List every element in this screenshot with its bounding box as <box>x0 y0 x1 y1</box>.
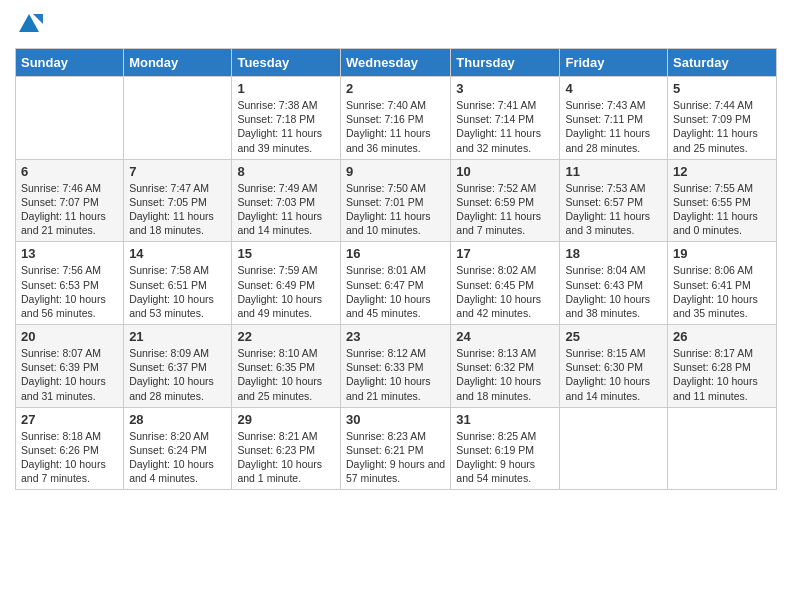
day-number: 30 <box>346 412 445 427</box>
day-number: 22 <box>237 329 335 344</box>
day-number: 27 <box>21 412 118 427</box>
calendar-cell: 23Sunrise: 8:12 AM Sunset: 6:33 PM Dayli… <box>340 325 450 408</box>
day-number: 24 <box>456 329 554 344</box>
day-number: 17 <box>456 246 554 261</box>
day-info: Sunrise: 8:02 AM Sunset: 6:45 PM Dayligh… <box>456 263 554 320</box>
calendar-cell: 25Sunrise: 8:15 AM Sunset: 6:30 PM Dayli… <box>560 325 668 408</box>
day-number: 13 <box>21 246 118 261</box>
day-number: 3 <box>456 81 554 96</box>
day-info: Sunrise: 8:25 AM Sunset: 6:19 PM Dayligh… <box>456 429 554 486</box>
calendar-cell: 14Sunrise: 7:58 AM Sunset: 6:51 PM Dayli… <box>124 242 232 325</box>
calendar-cell: 7Sunrise: 7:47 AM Sunset: 7:05 PM Daylig… <box>124 159 232 242</box>
column-header-friday: Friday <box>560 49 668 77</box>
calendar-cell <box>124 77 232 160</box>
calendar-cell: 11Sunrise: 7:53 AM Sunset: 6:57 PM Dayli… <box>560 159 668 242</box>
day-info: Sunrise: 8:07 AM Sunset: 6:39 PM Dayligh… <box>21 346 118 403</box>
day-info: Sunrise: 7:52 AM Sunset: 6:59 PM Dayligh… <box>456 181 554 238</box>
day-info: Sunrise: 8:09 AM Sunset: 6:37 PM Dayligh… <box>129 346 226 403</box>
calendar-cell: 26Sunrise: 8:17 AM Sunset: 6:28 PM Dayli… <box>668 325 777 408</box>
day-info: Sunrise: 8:23 AM Sunset: 6:21 PM Dayligh… <box>346 429 445 486</box>
day-number: 15 <box>237 246 335 261</box>
calendar-cell: 24Sunrise: 8:13 AM Sunset: 6:32 PM Dayli… <box>451 325 560 408</box>
calendar-cell: 30Sunrise: 8:23 AM Sunset: 6:21 PM Dayli… <box>340 407 450 490</box>
day-number: 2 <box>346 81 445 96</box>
calendar-cell: 1Sunrise: 7:38 AM Sunset: 7:18 PM Daylig… <box>232 77 341 160</box>
calendar-cell: 12Sunrise: 7:55 AM Sunset: 6:55 PM Dayli… <box>668 159 777 242</box>
day-number: 28 <box>129 412 226 427</box>
day-info: Sunrise: 7:44 AM Sunset: 7:09 PM Dayligh… <box>673 98 771 155</box>
day-info: Sunrise: 8:20 AM Sunset: 6:24 PM Dayligh… <box>129 429 226 486</box>
calendar-cell: 2Sunrise: 7:40 AM Sunset: 7:16 PM Daylig… <box>340 77 450 160</box>
calendar-cell: 10Sunrise: 7:52 AM Sunset: 6:59 PM Dayli… <box>451 159 560 242</box>
day-info: Sunrise: 7:55 AM Sunset: 6:55 PM Dayligh… <box>673 181 771 238</box>
day-number: 19 <box>673 246 771 261</box>
logo <box>15 10 47 38</box>
day-info: Sunrise: 8:01 AM Sunset: 6:47 PM Dayligh… <box>346 263 445 320</box>
column-header-wednesday: Wednesday <box>340 49 450 77</box>
calendar-cell: 31Sunrise: 8:25 AM Sunset: 6:19 PM Dayli… <box>451 407 560 490</box>
column-header-thursday: Thursday <box>451 49 560 77</box>
day-info: Sunrise: 7:38 AM Sunset: 7:18 PM Dayligh… <box>237 98 335 155</box>
calendar-cell: 27Sunrise: 8:18 AM Sunset: 6:26 PM Dayli… <box>16 407 124 490</box>
day-number: 29 <box>237 412 335 427</box>
calendar-cell: 13Sunrise: 7:56 AM Sunset: 6:53 PM Dayli… <box>16 242 124 325</box>
day-number: 21 <box>129 329 226 344</box>
day-number: 18 <box>565 246 662 261</box>
day-number: 7 <box>129 164 226 179</box>
calendar-cell: 4Sunrise: 7:43 AM Sunset: 7:11 PM Daylig… <box>560 77 668 160</box>
calendar-cell <box>668 407 777 490</box>
calendar-cell: 20Sunrise: 8:07 AM Sunset: 6:39 PM Dayli… <box>16 325 124 408</box>
calendar-cell: 19Sunrise: 8:06 AM Sunset: 6:41 PM Dayli… <box>668 242 777 325</box>
day-info: Sunrise: 7:46 AM Sunset: 7:07 PM Dayligh… <box>21 181 118 238</box>
day-number: 1 <box>237 81 335 96</box>
calendar-cell: 18Sunrise: 8:04 AM Sunset: 6:43 PM Dayli… <box>560 242 668 325</box>
day-info: Sunrise: 8:18 AM Sunset: 6:26 PM Dayligh… <box>21 429 118 486</box>
day-number: 31 <box>456 412 554 427</box>
day-number: 10 <box>456 164 554 179</box>
day-info: Sunrise: 8:12 AM Sunset: 6:33 PM Dayligh… <box>346 346 445 403</box>
day-info: Sunrise: 8:10 AM Sunset: 6:35 PM Dayligh… <box>237 346 335 403</box>
calendar-table: SundayMondayTuesdayWednesdayThursdayFrid… <box>15 48 777 490</box>
day-info: Sunrise: 7:41 AM Sunset: 7:14 PM Dayligh… <box>456 98 554 155</box>
day-number: 14 <box>129 246 226 261</box>
day-info: Sunrise: 7:43 AM Sunset: 7:11 PM Dayligh… <box>565 98 662 155</box>
day-info: Sunrise: 7:53 AM Sunset: 6:57 PM Dayligh… <box>565 181 662 238</box>
day-info: Sunrise: 7:59 AM Sunset: 6:49 PM Dayligh… <box>237 263 335 320</box>
day-info: Sunrise: 8:06 AM Sunset: 6:41 PM Dayligh… <box>673 263 771 320</box>
day-number: 23 <box>346 329 445 344</box>
page-header <box>15 10 777 38</box>
calendar-cell: 17Sunrise: 8:02 AM Sunset: 6:45 PM Dayli… <box>451 242 560 325</box>
day-info: Sunrise: 8:15 AM Sunset: 6:30 PM Dayligh… <box>565 346 662 403</box>
calendar-week-row: 1Sunrise: 7:38 AM Sunset: 7:18 PM Daylig… <box>16 77 777 160</box>
day-number: 8 <box>237 164 335 179</box>
day-info: Sunrise: 8:13 AM Sunset: 6:32 PM Dayligh… <box>456 346 554 403</box>
day-number: 20 <box>21 329 118 344</box>
day-info: Sunrise: 7:49 AM Sunset: 7:03 PM Dayligh… <box>237 181 335 238</box>
column-header-monday: Monday <box>124 49 232 77</box>
logo-icon <box>15 10 43 38</box>
calendar-cell: 3Sunrise: 7:41 AM Sunset: 7:14 PM Daylig… <box>451 77 560 160</box>
calendar-cell: 8Sunrise: 7:49 AM Sunset: 7:03 PM Daylig… <box>232 159 341 242</box>
calendar-cell <box>16 77 124 160</box>
calendar-week-row: 27Sunrise: 8:18 AM Sunset: 6:26 PM Dayli… <box>16 407 777 490</box>
day-info: Sunrise: 7:50 AM Sunset: 7:01 PM Dayligh… <box>346 181 445 238</box>
calendar-cell: 6Sunrise: 7:46 AM Sunset: 7:07 PM Daylig… <box>16 159 124 242</box>
day-info: Sunrise: 7:40 AM Sunset: 7:16 PM Dayligh… <box>346 98 445 155</box>
column-header-saturday: Saturday <box>668 49 777 77</box>
day-number: 26 <box>673 329 771 344</box>
calendar-cell: 21Sunrise: 8:09 AM Sunset: 6:37 PM Dayli… <box>124 325 232 408</box>
day-number: 9 <box>346 164 445 179</box>
calendar-cell: 5Sunrise: 7:44 AM Sunset: 7:09 PM Daylig… <box>668 77 777 160</box>
column-header-tuesday: Tuesday <box>232 49 341 77</box>
day-info: Sunrise: 8:04 AM Sunset: 6:43 PM Dayligh… <box>565 263 662 320</box>
day-info: Sunrise: 8:17 AM Sunset: 6:28 PM Dayligh… <box>673 346 771 403</box>
day-number: 4 <box>565 81 662 96</box>
day-number: 16 <box>346 246 445 261</box>
calendar-cell: 16Sunrise: 8:01 AM Sunset: 6:47 PM Dayli… <box>340 242 450 325</box>
calendar-cell: 9Sunrise: 7:50 AM Sunset: 7:01 PM Daylig… <box>340 159 450 242</box>
calendar-week-row: 13Sunrise: 7:56 AM Sunset: 6:53 PM Dayli… <box>16 242 777 325</box>
day-number: 6 <box>21 164 118 179</box>
calendar-cell: 22Sunrise: 8:10 AM Sunset: 6:35 PM Dayli… <box>232 325 341 408</box>
calendar-cell: 15Sunrise: 7:59 AM Sunset: 6:49 PM Dayli… <box>232 242 341 325</box>
calendar-week-row: 6Sunrise: 7:46 AM Sunset: 7:07 PM Daylig… <box>16 159 777 242</box>
